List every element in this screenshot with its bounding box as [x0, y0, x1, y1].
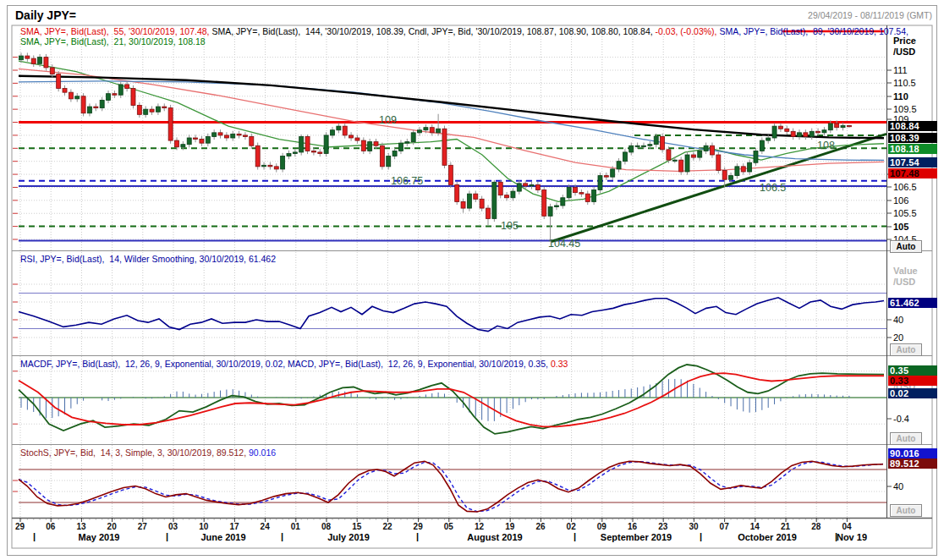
candle-body — [623, 152, 627, 162]
candle-body — [331, 130, 335, 135]
candle-body — [31, 58, 36, 63]
candle-body — [392, 151, 397, 156]
xaxis-day-label: 27 — [138, 522, 147, 531]
candle-body — [274, 167, 278, 169]
candle-body — [741, 167, 745, 172]
xaxis-month-label: Nov 19 — [837, 532, 867, 542]
candle-body — [224, 135, 228, 138]
xaxis-day-label: 01 — [291, 522, 300, 531]
candle-body — [791, 131, 795, 136]
xaxis-day-label: 20 — [107, 522, 117, 531]
candle-body — [828, 124, 832, 130]
candle-body — [667, 150, 671, 160]
xaxis-day-label: 06 — [46, 522, 55, 531]
candle-body — [175, 140, 179, 147]
macd-badge: 0.33 — [888, 376, 937, 386]
candle-body — [617, 162, 621, 169]
rsi-badge: 61.462 — [888, 298, 937, 308]
candle-body — [311, 151, 316, 152]
candle-body — [368, 142, 372, 151]
candle-body — [804, 133, 808, 137]
candle-body — [511, 191, 515, 198]
xaxis-day-label: 26 — [535, 522, 545, 531]
candle-body — [187, 138, 191, 145]
xaxis-day-label: 16 — [628, 522, 637, 531]
xaxis-day-label: 28 — [811, 522, 821, 531]
candle-body — [162, 107, 167, 108]
candle-body — [505, 195, 509, 198]
candle-body — [579, 193, 584, 195]
xaxis-day-label: 12 — [475, 522, 484, 531]
candle-body — [418, 130, 422, 133]
xaxis-day-label: 02 — [567, 522, 576, 531]
candle-body — [50, 68, 54, 74]
macd-badge: 0.35 — [888, 365, 937, 376]
candle-body — [810, 131, 814, 136]
price-tick-label: 110.5 — [893, 78, 916, 88]
rsi-auto-button[interactable]: Auto — [890, 343, 922, 356]
candle-body — [442, 129, 447, 165]
candle-body — [561, 198, 565, 206]
candle-body — [722, 170, 727, 179]
price-tick-label: 109.5 — [893, 104, 917, 114]
price-tick-label: 110 — [893, 91, 908, 102]
price-badge: 108.84 — [888, 121, 937, 131]
price-badge: 108.18 — [888, 144, 937, 154]
candle-body — [424, 128, 428, 130]
candle-body — [262, 165, 266, 167]
candle-body — [535, 184, 540, 189]
stoch-badge: 89.512 — [888, 458, 937, 469]
xaxis-month-label: June 2019 — [200, 532, 245, 542]
xaxis-day-label: 30 — [689, 522, 698, 531]
candle-body — [611, 169, 615, 177]
macd-auto-button[interactable]: Auto — [890, 432, 922, 445]
candle-body — [766, 138, 771, 140]
candle-body — [87, 107, 91, 113]
candle-body — [131, 89, 135, 106]
candle-body — [729, 176, 733, 180]
candle-body — [212, 133, 217, 137]
sma-144-line — [19, 76, 884, 139]
legend-segment: -0.03, (-0.03%), — [656, 26, 720, 36]
xaxis-month-separator: | — [33, 531, 36, 541]
candle-body — [585, 194, 590, 201]
xaxis-month-separator: | — [166, 531, 168, 541]
price-level-label: 104.45 — [548, 238, 580, 250]
candle-body — [648, 145, 652, 146]
candle-body — [548, 207, 552, 217]
xaxis-day-label: 29 — [414, 522, 423, 531]
xaxis-month-label: July 2019 — [327, 532, 370, 542]
candle-body — [75, 96, 80, 99]
legend-segment: SMA, JPY=, Bid(Last), 21, 30/10/2019, 10… — [20, 36, 206, 47]
candle-body — [38, 58, 42, 64]
price-level-label: 108 — [817, 140, 835, 151]
xaxis-day-label: 29 — [15, 522, 25, 531]
stoch-auto-button[interactable]: Auto — [890, 504, 922, 517]
candle-body — [841, 126, 845, 128]
candle-body — [281, 156, 285, 169]
xaxis-day-label: 17 — [229, 522, 239, 531]
candle-body — [125, 85, 129, 89]
price-tick-label: 106.5 — [893, 182, 917, 192]
candle-body — [299, 136, 304, 151]
rsi-axis-header: Value — [893, 266, 918, 277]
candle-body — [735, 167, 739, 176]
candle-body — [492, 182, 497, 218]
xaxis-month-label: August 2019 — [467, 532, 522, 542]
candle-body — [716, 155, 721, 170]
xaxis-month-label: September 2019 — [601, 532, 672, 542]
price-auto-button[interactable]: Auto — [890, 240, 922, 253]
rsi-legend: RSI, JPY=, Bid(Last), 14, Wilder Smoothi… — [20, 254, 276, 264]
chart-canvas[interactable] — [0, 0, 944, 560]
price-axis-header: /USD — [893, 47, 915, 58]
price-legend-line2: SMA, JPY=, Bid(Last), 21, 30/10/2019, 10… — [20, 36, 206, 47]
candle-body — [816, 131, 821, 133]
xaxis-day-label: 21 — [781, 522, 790, 531]
candle-body — [524, 184, 528, 186]
xaxis-day-label: 24 — [261, 522, 270, 531]
macd-legend: MACDF, JPY=, Bid(Last), 12, 26, 9, Expon… — [20, 359, 568, 369]
candle-body — [100, 100, 104, 107]
candle-body — [710, 145, 714, 155]
chart-window: Daily JPY= 29/04/2019 - 08/11/2019 (GMT)… — [0, 0, 944, 560]
candle-body — [305, 136, 310, 151]
